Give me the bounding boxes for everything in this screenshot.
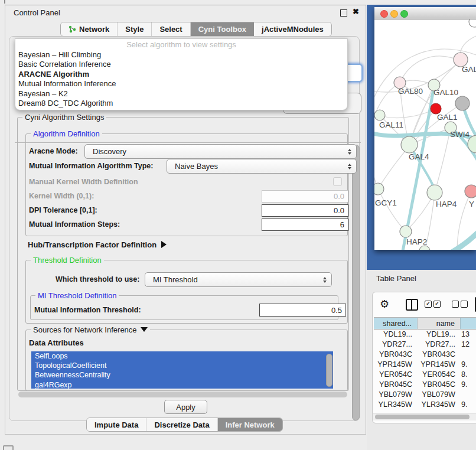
tab-discretize-data[interactable]: Discretize Data <box>146 418 217 431</box>
list-item[interactable]: gal4RGexp <box>31 380 333 389</box>
cell: 9. <box>461 360 476 369</box>
screen: Control Panel ✖ Network Style Select Cyn… <box>0 0 476 450</box>
dropdown-option[interactable]: Bayesian – K2 <box>15 89 347 99</box>
network-desktop-background: GAL GAL80 GAL10 GAL11 GAL1 SWI4 GAL4 GCY… <box>367 5 476 270</box>
table-row[interactable]: YBL079WYBL079W <box>374 389 476 399</box>
column-header[interactable]: shared... <box>374 317 418 330</box>
column-header[interactable]: name <box>418 317 461 330</box>
node-hap4[interactable] <box>427 185 442 200</box>
list-scrollbar-thumb[interactable] <box>326 354 332 387</box>
close-icon[interactable]: ✖ <box>353 7 359 16</box>
cell: YDR27... <box>374 340 418 348</box>
tab-jactivemnodules[interactable]: jActiveMNodules <box>254 22 331 36</box>
tab-infer-network[interactable]: Infer Network <box>218 418 282 431</box>
node-gal11[interactable] <box>374 110 385 120</box>
spinner-arrows-icon <box>323 277 327 283</box>
select-all-checkbox-icon[interactable]: ✓ <box>433 301 441 308</box>
node-gcy1[interactable] <box>374 183 384 195</box>
aracne-mode-combo[interactable]: Discovery <box>84 144 357 159</box>
manual-kernel-checkbox[interactable] <box>333 177 342 186</box>
table-panel: Table Panel ⚙ ✓ ✓ shared... name A YDL19… <box>367 270 476 450</box>
zoom-traffic-light-icon[interactable] <box>400 10 408 18</box>
table-row[interactable]: YIL052CYIL052C9. <box>374 409 476 412</box>
cell: YPR145W <box>374 360 418 369</box>
node-label: GAL <box>462 65 476 74</box>
gear-icon[interactable]: ⚙ <box>380 298 389 311</box>
mi-threshold-label: Mutual Information Threshold: <box>34 306 141 314</box>
node-y-pink[interactable] <box>465 185 476 198</box>
select-all-checkbox-icon[interactable]: ✓ <box>425 301 432 308</box>
node-gray[interactable] <box>455 96 470 110</box>
node-gal4[interactable] <box>401 136 418 153</box>
table-rows[interactable]: YDL19...YDL19...13 YDR27...YDR27...12 YB… <box>374 330 476 412</box>
list-item[interactable]: SelfLoops <box>31 351 333 361</box>
dropdown-option[interactable]: Basic Correlation Inference <box>15 60 347 69</box>
table-row[interactable]: YBR045CYBR045C9. <box>374 379 476 389</box>
input-value: 6 <box>340 220 344 229</box>
deselect-all-checkbox-icon[interactable] <box>461 301 468 308</box>
which-threshold-combo[interactable]: MI Threshold <box>145 272 332 287</box>
network-graph[interactable]: GAL GAL80 GAL10 GAL11 GAL1 SWI4 GAL4 GCY… <box>374 19 476 250</box>
dropdown-option[interactable]: Bayesian – Hill Climbing <box>15 50 347 60</box>
mi-threshold-input[interactable]: 0.5 <box>259 304 346 317</box>
node-partial-top[interactable] <box>469 19 476 27</box>
vertical-scrollbar-thumb[interactable] <box>352 145 360 420</box>
dropdown-option-selected[interactable]: ARACNE Algorithm <box>15 70 347 79</box>
table-row[interactable]: YER054CYER054C8. <box>374 370 476 380</box>
tab-impute-data[interactable]: Impute Data <box>87 418 146 431</box>
combo-value: MI Threshold <box>153 275 198 284</box>
dpi-tolerance-input[interactable]: 0.0 <box>262 204 348 217</box>
tab-label: Style <box>125 25 144 34</box>
sources-title[interactable]: Sources for Network Inference <box>31 325 150 334</box>
table-row[interactable]: YPR145WYPR145W9. <box>374 360 476 370</box>
tab-cyni-toolbox[interactable]: Cyni Toolbox <box>191 22 254 36</box>
cell: YDL19... <box>374 330 418 338</box>
network-canvas[interactable]: GAL GAL80 GAL10 GAL11 GAL1 SWI4 GAL4 GCY… <box>374 19 476 250</box>
manual-kernel-label: Manual Kernel Width Definition <box>29 178 138 186</box>
tab-network[interactable]: Network <box>61 22 118 36</box>
cell: YLR345W <box>418 400 461 409</box>
table-header-row: shared... name A <box>374 317 476 330</box>
network-window-titlebar[interactable] <box>374 7 476 19</box>
node-partial-bottom[interactable] <box>419 246 430 250</box>
dropdown-option[interactable]: Dream8 DC_TDC Algorithm <box>15 99 347 108</box>
close-traffic-light-icon[interactable] <box>380 10 388 18</box>
mi-type-combo[interactable]: Naive Bayes <box>167 159 357 174</box>
mi-steps-input[interactable]: 6 <box>262 219 348 231</box>
cell: YDR27... <box>418 340 461 348</box>
cell: YIL052C <box>374 410 418 412</box>
table-row[interactable]: YBR043CYBR043C <box>374 350 476 360</box>
float-window-icon[interactable] <box>340 9 347 17</box>
deselect-all-checkbox-icon[interactable] <box>452 301 459 308</box>
table-row[interactable]: YLR345WYLR345W9. <box>374 399 476 409</box>
kernel-width-input[interactable]: 0.0 <box>262 190 348 203</box>
panel-title: Control Panel <box>14 8 60 17</box>
table-horizontal-scrollbar[interactable] <box>373 413 476 420</box>
cell: 9. <box>461 410 476 412</box>
table-row[interactable]: YDR27...YDR27...12 <box>374 340 476 350</box>
hub-section-toggle[interactable]: Hub/Transcription Factor Definition <box>28 240 167 249</box>
minimized-panel-icon[interactable] <box>3 445 14 450</box>
dropdown-option[interactable]: Mutual Information Inference <box>15 79 347 89</box>
list-item[interactable]: TopologicalCoefficient <box>31 361 333 370</box>
network-view-window[interactable]: GAL GAL80 GAL10 GAL11 GAL1 SWI4 GAL4 GCY… <box>374 7 476 250</box>
input-value: 0.0 <box>334 206 344 215</box>
node-hap2[interactable] <box>400 226 412 237</box>
mi-threshold-group-title: MI Threshold Definition <box>35 291 119 300</box>
list-item[interactable]: BetweennessCentrality <box>31 370 333 380</box>
data-attributes-list[interactable]: SelfLoops TopologicalCoefficient Between… <box>31 351 333 389</box>
mi-steps-label: Mutual Information Steps: <box>29 220 120 229</box>
cell: 9. <box>461 380 476 389</box>
apply-button[interactable]: Apply <box>164 400 207 414</box>
tab-style[interactable]: Style <box>118 22 152 36</box>
column-layout-icon[interactable] <box>406 299 418 311</box>
table-row[interactable]: YDL19...YDL19...13 <box>374 330 476 340</box>
minimize-traffic-light-icon[interactable] <box>390 10 398 18</box>
horizontal-scrollbar[interactable] <box>18 392 347 397</box>
scrollbar-thumb[interactable] <box>375 415 470 419</box>
column-header[interactable]: A <box>461 317 476 330</box>
tab-select[interactable]: Select <box>152 22 190 36</box>
cell: YLR345W <box>374 400 418 409</box>
network-icon <box>69 25 76 33</box>
control-panel: Control Panel ✖ Network Style Select Cyn… <box>5 5 366 435</box>
